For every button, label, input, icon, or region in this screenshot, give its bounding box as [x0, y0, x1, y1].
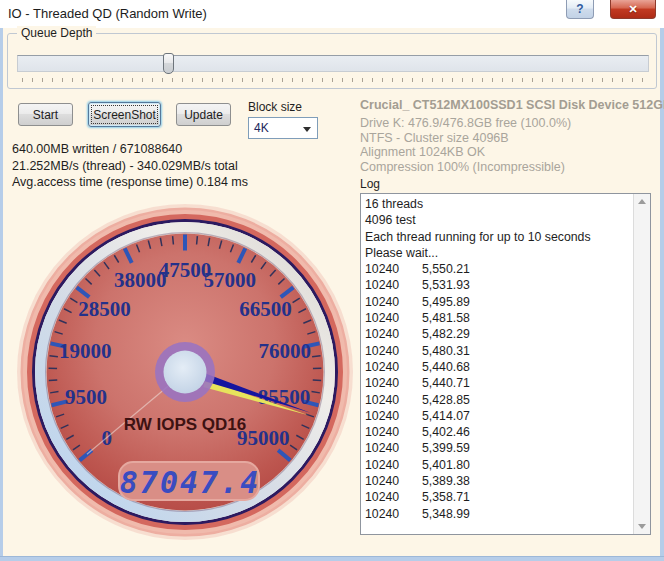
- log-result-row[interactable]: 102405,531.93: [365, 277, 632, 293]
- log-block-count: 10240: [365, 261, 422, 277]
- log-iops-value: 5,482.29: [422, 327, 470, 341]
- speed-stat: 21.252MB/s (thread) - 340.029MB/s total: [12, 158, 248, 175]
- scroll-down-icon[interactable]: [638, 524, 646, 529]
- log-iops-value: 5,348.99: [422, 507, 470, 521]
- log-result-row[interactable]: 102405,399.59: [365, 440, 632, 456]
- log-iops-value: 5,399.59: [422, 441, 470, 455]
- access-time-stat: Avg.access time (response time) 0.184 ms: [12, 174, 248, 191]
- window-frame-left: [0, 28, 3, 561]
- scroll-up-icon[interactable]: [638, 199, 646, 204]
- block-size-value: 4K: [254, 121, 269, 135]
- log-result-row[interactable]: 102405,480.31: [365, 343, 632, 359]
- log-result-row[interactable]: 102405,414.07: [365, 408, 632, 424]
- device-title: Crucial_ CT512MX100SSD1 SCSI Disk Device…: [360, 98, 664, 112]
- log-block-count: 10240: [365, 408, 422, 424]
- queue-depth-label: Queue Depth: [17, 26, 96, 40]
- log-result-row[interactable]: 102405,481.58: [365, 310, 632, 326]
- gauge-caption: RW IOPS QD16: [124, 415, 247, 434]
- log-result-row[interactable]: 102405,428.85: [365, 392, 632, 408]
- iops-gauge: 0950019000285003800047500570006650076000…: [13, 200, 357, 544]
- log-block-count: 10240: [365, 440, 422, 456]
- window-title: IO - Threaded QD (Random Write): [8, 6, 207, 21]
- log-result-row[interactable]: 102405,482.29: [365, 326, 632, 342]
- log-result-row[interactable]: 102405,401.80: [365, 457, 632, 473]
- log-block-count: 10240: [365, 506, 422, 522]
- log-content: 16 threads4096 testEach thread running f…: [361, 195, 632, 533]
- log-iops-value: 5,402.46: [422, 425, 470, 439]
- log-result-row[interactable]: 102405,358.71: [365, 489, 632, 505]
- log-result-row[interactable]: 102405,440.68: [365, 359, 632, 375]
- log-line[interactable]: Each thread running for up to 10 seconds: [365, 229, 632, 245]
- log-iops-value: 5,495.89: [422, 295, 470, 309]
- log-label: Log: [360, 177, 380, 191]
- device-info-line: Alignment 1024KB OK: [360, 145, 664, 160]
- log-iops-value: 5,358.71: [422, 490, 470, 504]
- log-block-count: 10240: [365, 424, 422, 440]
- slider-tick-marks: [22, 78, 650, 82]
- queue-depth-slider-thumb[interactable]: [163, 53, 174, 74]
- log-result-row[interactable]: 102405,402.46: [365, 424, 632, 440]
- gauge-tick-label: 57000: [203, 268, 256, 292]
- device-info: Crucial_ CT512MX100SSD1 SCSI Disk Device…: [360, 98, 664, 174]
- log-iops-value: 5,428.85: [422, 393, 470, 407]
- close-button[interactable]: ✕: [610, 0, 656, 19]
- log-listbox[interactable]: 16 threads4096 testEach thread running f…: [360, 193, 651, 535]
- device-info-line: NTFS - Cluster size 4096B: [360, 131, 664, 146]
- start-button[interactable]: Start: [18, 103, 73, 126]
- close-icon: ✕: [628, 3, 637, 15]
- log-iops-value: 5,440.68: [422, 360, 470, 374]
- log-iops-value: 5,531.93: [422, 278, 470, 292]
- log-result-row[interactable]: 102405,348.99: [365, 506, 632, 522]
- log-block-count: 10240: [365, 310, 422, 326]
- log-block-count: 10240: [365, 392, 422, 408]
- block-size-select[interactable]: 4K: [248, 117, 318, 139]
- dialog-window: IO - Threaded QD (Random Write) ? ✕ Queu…: [0, 0, 664, 561]
- log-result-row[interactable]: 102405,440.71: [365, 375, 632, 391]
- log-block-count: 10240: [365, 375, 422, 391]
- help-button[interactable]: ?: [566, 0, 594, 19]
- gauge-tick-label: 28500: [78, 297, 131, 321]
- log-iops-value: 5,550.21: [422, 262, 470, 276]
- queue-depth-slider-track[interactable]: [17, 55, 649, 72]
- log-iops-value: 5,480.31: [422, 344, 470, 358]
- log-block-count: 10240: [365, 343, 422, 359]
- queue-depth-groupbox: Queue Depth: [7, 33, 657, 89]
- log-block-count: 10240: [365, 277, 422, 293]
- log-block-count: 10240: [365, 473, 422, 489]
- gauge-hub: [164, 351, 207, 394]
- gauge-svg: 0950019000285003800047500570006650076000…: [13, 200, 357, 544]
- block-size-label: Block size: [248, 100, 302, 114]
- log-line[interactable]: 4096 test: [365, 212, 632, 228]
- gauge-tick-label: 9500: [65, 385, 107, 409]
- device-info-line: Compression 100% (Incompressible): [360, 160, 664, 175]
- log-scrollbar[interactable]: [633, 194, 650, 534]
- device-info-lines: Drive K: 476.9/476.8GB free (100.0%)NTFS…: [360, 116, 664, 174]
- log-block-count: 10240: [365, 457, 422, 473]
- log-line[interactable]: 16 threads: [365, 196, 632, 212]
- log-block-count: 10240: [365, 359, 422, 375]
- written-stat: 640.00MB written / 671088640: [12, 141, 248, 158]
- log-result-row[interactable]: 102405,550.21: [365, 261, 632, 277]
- help-icon: ?: [576, 2, 583, 16]
- log-block-count: 10240: [365, 489, 422, 505]
- log-iops-value: 5,440.71: [422, 376, 470, 390]
- digital-readout: 87047.4: [120, 465, 260, 500]
- throughput-stats: 640.00MB written / 671088640 21.252MB/s …: [12, 141, 248, 191]
- update-button[interactable]: Update: [176, 103, 231, 126]
- device-info-line: Drive K: 476.9/476.8GB free (100.0%): [360, 116, 664, 131]
- screenshot-button[interactable]: ScreenShot: [88, 102, 161, 127]
- titlebar: IO - Threaded QD (Random Write) ? ✕: [0, 0, 664, 28]
- gauge-tick-label: 19000: [59, 339, 112, 363]
- window-frame-bottom: [0, 556, 664, 561]
- log-iops-value: 5,414.07: [422, 409, 470, 423]
- gauge-tick-label: 76000: [259, 339, 312, 363]
- gauge-tick-label: 66500: [239, 297, 292, 321]
- log-iops-value: 5,389.38: [422, 474, 470, 488]
- log-block-count: 10240: [365, 326, 422, 342]
- log-result-row[interactable]: 102405,389.38: [365, 473, 632, 489]
- log-line[interactable]: Please wait...: [365, 245, 632, 261]
- log-iops-value: 5,481.58: [422, 311, 470, 325]
- log-block-count: 10240: [365, 294, 422, 310]
- log-iops-value: 5,401.80: [422, 458, 470, 472]
- log-result-row[interactable]: 102405,495.89: [365, 294, 632, 310]
